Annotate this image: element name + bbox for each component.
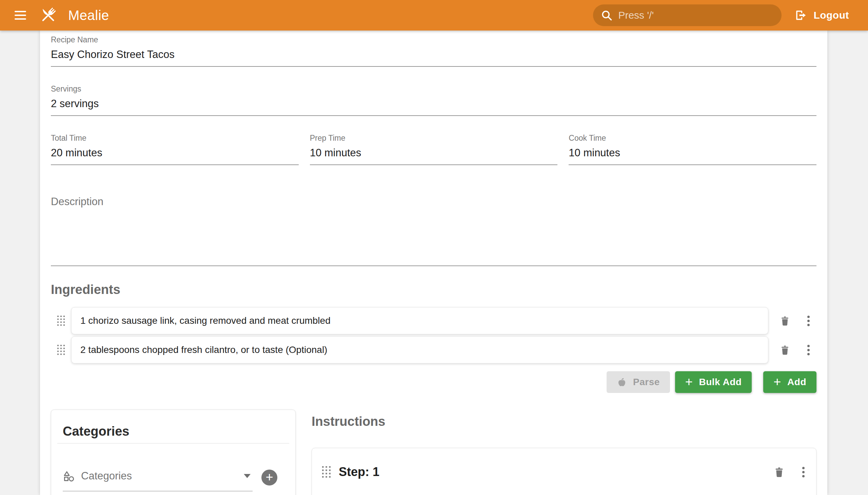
prep-time-field: Prep Time [310, 134, 558, 165]
silverware-icon [38, 5, 58, 25]
cook-time-field: Cook Time [568, 134, 816, 165]
servings-label: Servings [51, 84, 816, 93]
search-box[interactable] [593, 4, 782, 26]
add-button[interactable]: + Add [763, 371, 816, 393]
step-header: Step: 1 [322, 464, 806, 479]
shapes-icon [63, 470, 75, 482]
total-time-field: Total Time [51, 134, 299, 165]
step-title: Step: 1 [339, 465, 379, 479]
ingredient-input[interactable] [71, 336, 768, 363]
step-card: Step: 1 Combine cr [311, 448, 816, 495]
add-category-button[interactable]: + [261, 470, 277, 485]
times-row: Total Time Prep Time Cook Time [51, 134, 816, 165]
ingredient-actions: Parse + Bulk Add + Add [51, 371, 816, 393]
page-background: Recipe Name Servings Total Time Prep Tim… [0, 31, 868, 495]
kebab-icon[interactable] [801, 464, 806, 479]
plus-icon: + [266, 471, 273, 483]
cook-time-label: Cook Time [568, 134, 816, 143]
categories-select-label: Categories [81, 470, 238, 482]
cook-time-input[interactable] [568, 147, 816, 165]
menu-icon[interactable] [11, 7, 30, 23]
description-textarea[interactable] [51, 208, 816, 266]
recipe-editor-card: Recipe Name Servings Total Time Prep Tim… [40, 31, 827, 495]
plus-icon: + [685, 375, 693, 388]
trash-icon[interactable] [772, 464, 787, 479]
kebab-icon[interactable] [806, 342, 811, 357]
plus-icon: + [773, 375, 781, 388]
bulk-add-button[interactable]: + Bulk Add [675, 371, 752, 393]
instructions-heading: Instructions [311, 414, 816, 429]
search-input[interactable] [618, 10, 774, 21]
logout-button[interactable]: Logout [795, 9, 849, 22]
ingredient-row-actions [768, 313, 816, 328]
trash-icon[interactable] [778, 343, 792, 357]
categories-title: Categories [51, 410, 295, 443]
total-time-label: Total Time [51, 134, 299, 143]
recipe-name-label: Recipe Name [51, 35, 816, 45]
total-time-input[interactable] [51, 147, 299, 165]
logout-icon [795, 9, 807, 22]
instructions-section: Instructions Step: 1 [311, 410, 816, 495]
parse-button[interactable]: Parse [607, 371, 670, 393]
categories-select-row: Categories + [63, 468, 284, 491]
drag-handle-icon[interactable] [322, 466, 330, 478]
recipe-name-input[interactable] [51, 49, 816, 67]
servings-input[interactable] [51, 98, 816, 116]
recipe-name-field: Recipe Name [51, 35, 816, 67]
description-label: Description [51, 195, 816, 208]
search-icon [600, 9, 613, 21]
caret-down-icon [244, 474, 251, 478]
drag-handle-icon[interactable] [51, 345, 71, 355]
add-button-label: Add [787, 377, 806, 388]
divider [57, 443, 289, 443]
ingredients-list [51, 307, 816, 363]
app-bar: Mealie Logout [0, 0, 868, 31]
logout-label: Logout [813, 10, 849, 21]
ingredient-row-actions [768, 342, 816, 357]
ingredients-heading: Ingredients [51, 283, 816, 297]
categories-card: Categories Categories [51, 410, 296, 495]
servings-field: Servings [51, 84, 816, 116]
prep-time-label: Prep Time [310, 134, 558, 143]
apple-icon [617, 377, 627, 387]
description-field: Description [51, 195, 816, 268]
ingredient-row [51, 307, 816, 334]
ingredient-input[interactable] [71, 307, 768, 334]
kebab-icon[interactable] [806, 313, 811, 328]
trash-icon[interactable] [778, 313, 792, 328]
categories-select[interactable]: Categories [63, 468, 253, 491]
bottom-section: Categories Categories [51, 410, 816, 495]
ingredient-row [51, 336, 816, 363]
bulk-add-button-label: Bulk Add [699, 377, 742, 388]
drag-handle-icon[interactable] [51, 315, 71, 326]
app-title: Mealie [68, 8, 109, 23]
prep-time-input[interactable] [310, 147, 558, 165]
parse-button-label: Parse [633, 377, 660, 388]
